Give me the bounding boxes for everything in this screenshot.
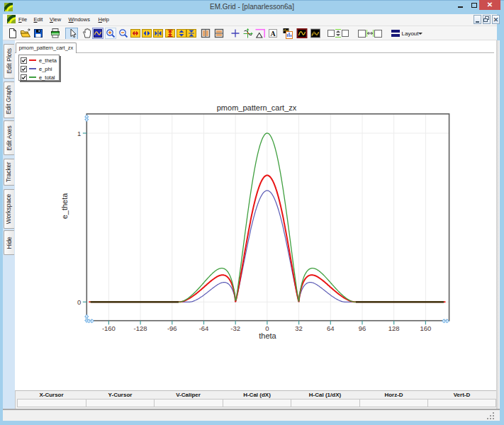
svg-text:-128: -128 <box>134 324 147 332</box>
svg-text:pmom_pattern_cart_zx: pmom_pattern_cart_zx <box>217 103 297 112</box>
svg-text:-64: -64 <box>199 324 209 332</box>
svg-text:96: 96 <box>359 324 366 332</box>
svg-text:128: 128 <box>388 324 400 332</box>
svg-text:-32: -32 <box>230 324 240 332</box>
svg-text:64: 64 <box>327 324 335 332</box>
svg-text:160: 160 <box>420 324 431 332</box>
svg-text:1: 1 <box>77 130 81 137</box>
svg-text:e_theta: e_theta <box>60 193 69 220</box>
svg-text:0: 0 <box>77 298 81 306</box>
svg-text:-160: -160 <box>102 324 116 332</box>
svg-text:32: 32 <box>295 324 303 332</box>
svg-text:theta: theta <box>259 332 276 340</box>
svg-text:-96: -96 <box>167 324 177 332</box>
